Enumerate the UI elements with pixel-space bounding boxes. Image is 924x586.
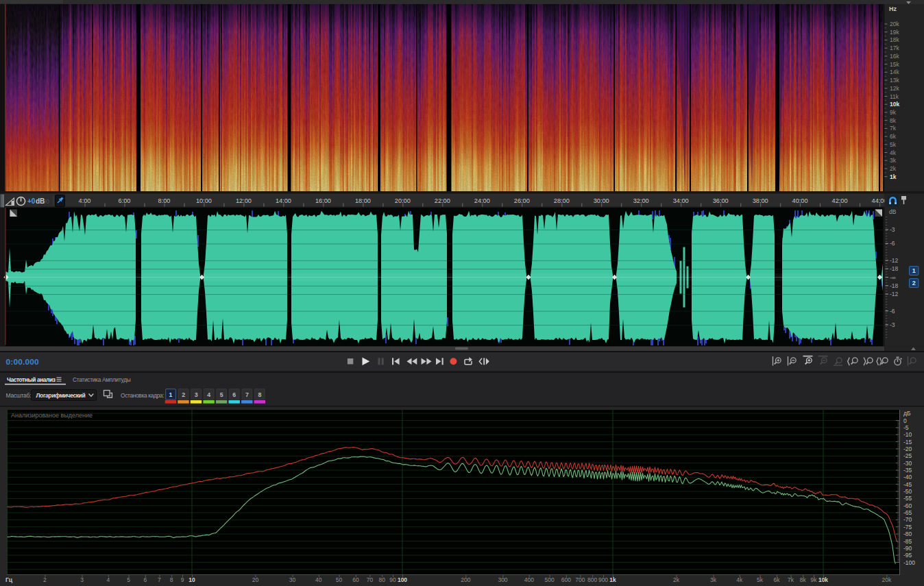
svg-text:Логарифмический: Логарифмический (36, 392, 86, 399)
svg-text:19k: 19k (890, 29, 899, 36)
svg-text:-35: -35 (903, 467, 912, 474)
svg-text:100: 100 (398, 576, 407, 583)
svg-text:4: 4 (207, 391, 210, 398)
svg-text:90: 90 (389, 576, 396, 583)
svg-text:20: 20 (252, 576, 259, 583)
svg-text:dB: dB (889, 208, 897, 215)
svg-text:14k: 14k (890, 69, 899, 75)
svg-text:-30: -30 (903, 460, 912, 467)
svg-text:0: 0 (903, 417, 907, 424)
svg-text:-45: -45 (903, 481, 912, 488)
svg-text:-50: -50 (903, 488, 912, 495)
svg-text:200: 200 (461, 576, 470, 583)
svg-text:40: 40 (315, 576, 322, 583)
svg-text:1k: 1k (890, 173, 897, 180)
svg-text:34:00: 34:00 (673, 197, 689, 204)
svg-text:60: 60 (352, 576, 359, 583)
svg-text:5k: 5k (757, 576, 764, 583)
svg-text:-6: -6 (890, 240, 895, 247)
svg-text:20:00: 20:00 (395, 197, 411, 204)
svg-text:400: 400 (524, 576, 534, 583)
svg-text:80: 80 (378, 576, 385, 583)
svg-text:18k: 18k (890, 36, 899, 43)
svg-text:Гц: Гц (5, 576, 13, 583)
svg-text:-20: -20 (903, 445, 912, 452)
svg-text:7k: 7k (788, 576, 794, 583)
svg-text:3k: 3k (710, 576, 717, 583)
svg-text:-12: -12 (890, 257, 899, 264)
svg-text:Остановка кадра:: Остановка кадра: (121, 392, 164, 399)
svg-text:42:00: 42:00 (832, 197, 848, 204)
svg-text:-5: -5 (903, 424, 909, 431)
svg-text:12k: 12k (890, 85, 899, 92)
svg-text:28:00: 28:00 (554, 197, 570, 204)
svg-text:-3: -3 (890, 321, 895, 328)
svg-text:16:00: 16:00 (315, 197, 331, 204)
svg-text:2k: 2k (673, 576, 680, 583)
svg-text:8: 8 (170, 576, 173, 583)
svg-text:5k: 5k (890, 141, 897, 148)
svg-text:-90: -90 (903, 545, 912, 552)
svg-text:-40: -40 (903, 474, 912, 480)
svg-text:38:00: 38:00 (753, 197, 768, 204)
svg-text:2: 2 (43, 576, 47, 583)
svg-text:Масштаб:: Масштаб: (6, 392, 32, 399)
svg-text:26:00: 26:00 (514, 197, 530, 204)
svg-text:32:00: 32:00 (633, 197, 649, 204)
svg-text:9k: 9k (890, 109, 897, 116)
svg-text:8: 8 (258, 391, 261, 398)
svg-text:15k: 15k (890, 61, 899, 68)
svg-text:+0: +0 (27, 197, 36, 205)
svg-text:13k: 13k (890, 77, 899, 84)
svg-text:900: 900 (598, 576, 608, 583)
svg-text:-80: -80 (903, 530, 912, 537)
svg-text:700: 700 (575, 576, 585, 583)
svg-text:7k: 7k (890, 125, 897, 132)
svg-text:3: 3 (195, 391, 198, 398)
svg-text:-∞: -∞ (890, 274, 896, 281)
svg-text:6k: 6k (773, 576, 780, 583)
svg-text:40:00: 40:00 (792, 197, 808, 204)
svg-text:30: 30 (289, 576, 296, 583)
svg-text:5: 5 (127, 576, 130, 583)
svg-text:17k: 17k (890, 45, 899, 51)
svg-text:16k: 16k (890, 53, 899, 60)
svg-text:-85: -85 (903, 538, 912, 545)
svg-text:12:00: 12:00 (236, 197, 252, 204)
svg-text:11k: 11k (890, 93, 899, 100)
svg-text:10: 10 (189, 576, 195, 583)
svg-text:1: 1 (912, 267, 916, 274)
svg-text:2: 2 (912, 280, 916, 286)
svg-text:20k: 20k (890, 21, 899, 27)
svg-text:30:00: 30:00 (594, 197, 609, 204)
svg-text:24:00: 24:00 (474, 197, 490, 204)
svg-text:7: 7 (158, 576, 161, 583)
svg-text:4k: 4k (890, 149, 897, 156)
svg-text:10:00: 10:00 (196, 197, 212, 204)
svg-text:4:00: 4:00 (79, 197, 91, 204)
svg-text:8:00: 8:00 (158, 197, 171, 204)
svg-text:9k: 9k (811, 576, 818, 583)
svg-text:6k: 6k (890, 133, 897, 140)
svg-text:-70: -70 (903, 516, 912, 523)
svg-text:10k: 10k (890, 101, 899, 108)
svg-text:8k: 8k (800, 576, 807, 583)
svg-text:dB: dB (36, 197, 45, 205)
svg-text:1: 1 (169, 391, 173, 398)
svg-text:500: 500 (545, 576, 555, 583)
svg-text:Анализированое выделение: Анализированое выделение (11, 412, 93, 419)
svg-text:-55: -55 (903, 495, 912, 502)
svg-text:6: 6 (232, 391, 236, 398)
svg-text:6: 6 (144, 576, 147, 583)
svg-text:600: 600 (561, 576, 571, 583)
svg-text:18:00: 18:00 (355, 197, 371, 204)
svg-text:-75: -75 (903, 524, 912, 530)
svg-text:-18: -18 (890, 265, 899, 272)
svg-text:Hz: Hz (889, 5, 897, 12)
svg-text:9: 9 (181, 576, 184, 583)
svg-text:-25: -25 (903, 452, 912, 459)
svg-text:70: 70 (367, 576, 374, 583)
svg-text:-65: -65 (903, 509, 912, 516)
svg-text:6:00: 6:00 (119, 197, 131, 204)
svg-text:5: 5 (220, 391, 223, 398)
